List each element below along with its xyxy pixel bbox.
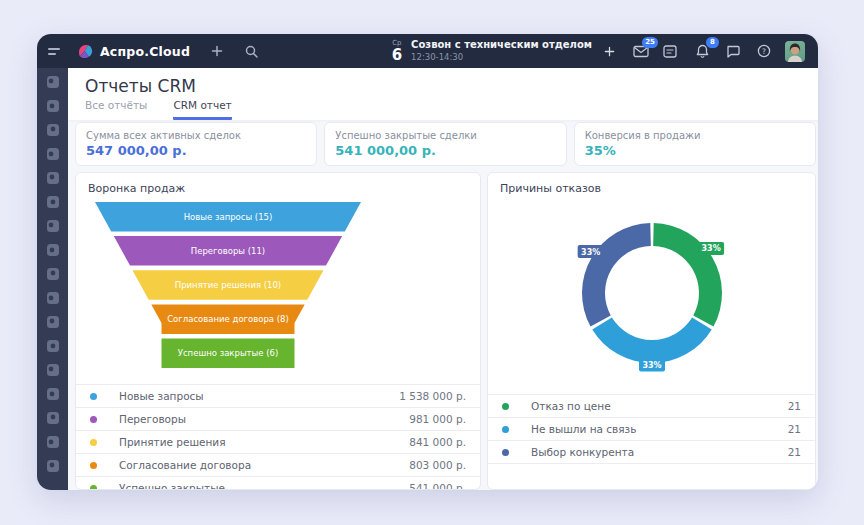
donut-percent-badge-2: 33% [639,359,665,372]
sidebar-app-icon-2[interactable] [44,97,62,115]
stat-cards-row: Сумма всех активных сделок 547 000,00 р.… [75,122,816,166]
funnel-legend-item-2[interactable]: Переговоры981 000 р. [76,407,480,430]
legend-value: 541 000 р. [409,482,466,490]
stat-card-active-deals-sum: Сумма всех активных сделок 547 000,00 р. [75,122,317,166]
brand-name[interactable]: Аспро.Cloud [100,44,190,59]
search-icon[interactable] [238,38,264,64]
sidebar-app-icon-5[interactable] [44,169,62,187]
sidebar-app-icon-7[interactable] [44,217,62,235]
calendar-day: 6 [392,48,402,63]
legend-color-dot [90,439,97,446]
funnel-legend-item-5[interactable]: Успешно закрытые541 000 р. [76,476,480,490]
legend-label: Успешно закрытые [119,482,409,490]
funnel-stage-label: Согласование договора (8) [167,314,289,324]
donut-percent-badge-1: 33% [698,242,724,255]
sidebar-app-icon-8[interactable] [44,241,62,259]
legend-color-dot [502,403,509,410]
funnel-stage-label: Успешно закрытые (6) [178,348,278,358]
stat-label: Конверсия в продажи [585,129,805,142]
donut-slice-2[interactable] [592,317,712,363]
sales-funnel-chart: Новые запросы (15)Переговоры (11)Приняти… [95,202,361,368]
svg-text:33%: 33% [642,361,661,370]
donut-legend-item-1[interactable]: Отказ по цене21 [488,394,815,417]
sidebar-app-icon-6[interactable] [44,193,62,211]
notes-icon[interactable] [657,38,683,64]
funnel-stage-label: Новые запросы (15) [184,212,273,222]
sidebar-app-icon-12[interactable] [44,337,62,355]
calendar-event[interactable]: Созвон с техническим отделом 12:30-14:30 [411,39,592,62]
sidebar-app-icon-16[interactable] [44,433,62,451]
sidebar-app-icon-15[interactable] [44,409,62,427]
donut-slice-3[interactable] [581,223,650,326]
legend-value: 841 000 р. [409,436,466,448]
sidebar-app-icon-1[interactable] [44,73,62,91]
legend-label: Новые запросы [119,390,399,402]
help-icon[interactable]: ? [751,38,777,64]
legend-label: Переговоры [119,413,409,425]
sidebar-app-icon-9[interactable] [44,265,62,283]
funnel-legend: Новые запросы1 538 000 р.Переговоры981 0… [76,384,480,490]
legend-color-dot [90,393,97,400]
funnel-stage-label: Переговоры (11) [191,246,265,256]
page-header: Отчеты CRM Все отчёты CRM отчет [68,68,818,120]
sidebar-app-icon-3[interactable] [44,121,62,139]
create-plus-icon[interactable] [204,38,230,64]
legend-label: Согласование договора [119,459,409,471]
calendar-date[interactable]: Ср 6 [392,40,402,63]
legend-color-dot [90,416,97,423]
legend-color-dot [502,426,509,433]
tab-all-reports[interactable]: Все отчёты [85,99,147,120]
event-title: Созвон с техническим отделом [411,39,592,52]
legend-value: 1 538 000 р. [399,390,466,402]
sidebar-app-icon-10[interactable] [44,289,62,307]
funnel-legend-item-1[interactable]: Новые запросы1 538 000 р. [76,384,480,407]
refusal-reasons-donut-chart: 33%33%33% [567,208,737,378]
svg-text:33%: 33% [581,248,600,257]
tab-crm-report[interactable]: CRM отчет [173,99,231,120]
app-sidebar [37,68,68,490]
page-title: Отчеты CRM [85,76,801,96]
donut-legend-item-3[interactable]: Выбор конкурента21 [488,440,815,463]
funnel-chart-title: Воронка продаж [76,173,480,196]
legend-value: 981 000 р. [409,413,466,425]
event-time: 12:30-14:30 [411,52,592,63]
stat-card-sales-conversion: Конверсия в продажи 35% [574,122,816,166]
stat-label: Успешно закрытые сделки [335,129,555,142]
funnel-stage-label: Принятие решения (10) [175,280,281,290]
funnel-legend-item-4[interactable]: Согласование договора803 000 р. [76,453,480,476]
sidebar-app-icon-17[interactable] [44,457,62,475]
svg-text:33%: 33% [701,244,720,253]
add-event-button[interactable] [596,38,622,64]
legend-label: Не вышли на связь [531,423,788,435]
funnel-legend-item-3[interactable]: Принятие решения841 000 р. [76,430,480,453]
app-window: Аспро.Cloud Ср 6 Созвон с техническим от… [37,34,818,490]
legend-label: Принятие решения [119,436,409,448]
sidebar-app-icon-13[interactable] [44,361,62,379]
donut-slice-1[interactable] [653,223,722,326]
chat-icon[interactable] [720,38,746,64]
legend-label: Отказ по цене [531,400,788,412]
donut-legend-item-2[interactable]: Не вышли на связь21 [488,417,815,440]
legend-value: 21 [788,446,801,458]
brand-logo-icon[interactable] [76,43,93,59]
legend-value: 21 [788,423,801,435]
content-area: Отчеты CRM Все отчёты CRM отчет Сумма вс… [68,68,818,490]
mail-icon[interactable]: 25 [628,38,654,64]
stat-value: 35% [585,142,805,159]
sidebar-app-icon-4[interactable] [44,145,62,163]
sidebar-app-icon-11[interactable] [44,313,62,331]
topbar: Аспро.Cloud Ср 6 Созвон с техническим от… [37,34,818,68]
sidebar-app-icon-14[interactable] [44,385,62,403]
report-tabs: Все отчёты CRM отчет [85,99,801,120]
user-avatar[interactable] [785,41,805,62]
donut-percent-badge-3: 33% [577,245,603,258]
stat-label: Сумма всех активных сделок [86,129,306,142]
hamburger-icon[interactable] [48,44,62,58]
stat-card-closed-deals-sum: Успешно закрытые сделки 541 000,00 р. [324,122,566,166]
bell-badge: 8 [706,37,719,48]
legend-color-dot [502,449,509,456]
charts-row: Воронка продаж Новые запросы (15)Перегов… [75,172,816,490]
donut-legend: Отказ по цене21Не вышли на связь21Выбор … [488,394,815,464]
refusal-reasons-card: Причины отказов 33%33%33% Отказ по цене2… [487,172,816,490]
bell-icon[interactable]: 8 [689,38,715,64]
